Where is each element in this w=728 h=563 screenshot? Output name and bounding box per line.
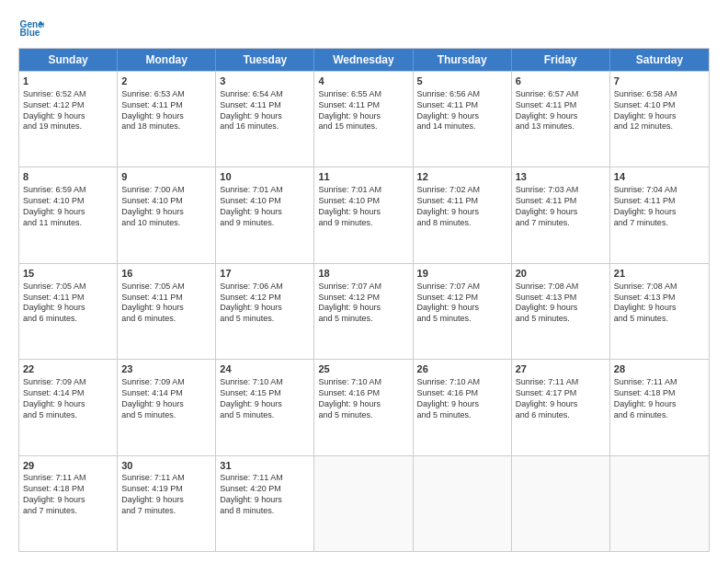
calendar-cell: 10Sunrise: 7:01 AMSunset: 4:10 PMDayligh… (216, 167, 314, 262)
calendar-cell: 23Sunrise: 7:09 AMSunset: 4:14 PMDayligh… (118, 360, 216, 454)
cell-line: and 7 minutes. (23, 506, 113, 517)
calendar-cell: 19Sunrise: 7:07 AMSunset: 4:12 PMDayligh… (414, 264, 512, 359)
cell-line: Sunset: 4:11 PM (417, 196, 507, 207)
calendar-cell: 20Sunrise: 7:08 AMSunset: 4:13 PMDayligh… (512, 264, 610, 359)
day-number: 9 (121, 170, 211, 184)
calendar-cell-empty (414, 456, 512, 551)
cell-line: and 5 minutes. (318, 314, 408, 325)
cell-line: and 5 minutes. (23, 410, 113, 421)
cell-line: Daylight: 9 hours (23, 207, 113, 218)
cell-line: Sunset: 4:11 PM (121, 100, 211, 111)
cell-line: and 5 minutes. (417, 410, 507, 421)
cell-line: Daylight: 9 hours (121, 399, 211, 410)
cell-line: and 6 minutes. (614, 410, 705, 421)
cell-line: and 6 minutes. (23, 314, 113, 325)
cell-line: and 8 minutes. (220, 506, 310, 517)
cell-line: Daylight: 9 hours (614, 111, 705, 122)
cell-line: Daylight: 9 hours (23, 399, 113, 410)
calendar-cell: 18Sunrise: 7:07 AMSunset: 4:12 PMDayligh… (314, 264, 413, 359)
calendar-cell: 21Sunrise: 7:08 AMSunset: 4:13 PMDayligh… (610, 264, 709, 359)
calendar-header-cell: Wednesday (314, 49, 413, 71)
cell-line: Daylight: 9 hours (23, 303, 113, 314)
cell-line: Sunset: 4:17 PM (516, 388, 606, 399)
cell-line: Sunset: 4:19 PM (121, 484, 211, 495)
cell-line: Daylight: 9 hours (417, 111, 507, 122)
cell-line: and 6 minutes. (516, 410, 606, 421)
calendar: SundayMondayTuesdayWednesdayThursdayFrid… (18, 48, 710, 552)
calendar-header-cell: Saturday (610, 49, 709, 71)
calendar-cell: 17Sunrise: 7:06 AMSunset: 4:12 PMDayligh… (216, 264, 314, 359)
day-number: 24 (220, 362, 310, 376)
cell-line: Sunset: 4:18 PM (614, 388, 705, 399)
cell-line: Sunrise: 6:52 AM (23, 89, 113, 100)
cell-line: Daylight: 9 hours (318, 207, 408, 218)
cell-line: Sunrise: 7:01 AM (318, 185, 408, 196)
cell-line: Sunrise: 7:11 AM (220, 473, 310, 484)
cell-line: and 10 minutes. (121, 218, 211, 229)
cell-line: Daylight: 9 hours (220, 399, 310, 410)
calendar-header: SundayMondayTuesdayWednesdayThursdayFrid… (19, 49, 709, 71)
cell-line: Sunrise: 7:11 AM (23, 473, 113, 484)
calendar-row: 29Sunrise: 7:11 AMSunset: 4:18 PMDayligh… (19, 455, 709, 551)
cell-line: Sunset: 4:12 PM (23, 100, 113, 111)
cell-line: Sunset: 4:10 PM (23, 196, 113, 207)
day-number: 1 (23, 75, 113, 88)
cell-line: Sunset: 4:12 PM (318, 293, 408, 304)
cell-line: Sunset: 4:13 PM (516, 293, 606, 304)
cell-line: and 6 minutes. (121, 314, 211, 325)
cell-line: Sunset: 4:13 PM (614, 293, 705, 304)
day-number: 17 (220, 267, 310, 281)
calendar-cell-empty (314, 456, 413, 551)
calendar-cell: 13Sunrise: 7:03 AMSunset: 4:11 PMDayligh… (512, 167, 610, 262)
cell-line: Sunset: 4:18 PM (23, 484, 113, 495)
cell-line: and 5 minutes. (318, 410, 408, 421)
calendar-header-cell: Thursday (414, 49, 512, 71)
cell-line: Daylight: 9 hours (614, 207, 705, 218)
calendar-row: 1Sunrise: 6:52 AMSunset: 4:12 PMDaylight… (19, 71, 709, 167)
cell-line: Sunset: 4:11 PM (516, 196, 606, 207)
cell-line: and 5 minutes. (417, 314, 507, 325)
cell-line: Sunset: 4:16 PM (417, 388, 507, 399)
day-number: 5 (417, 75, 507, 88)
cell-line: Sunset: 4:15 PM (220, 388, 310, 399)
cell-line: Sunrise: 7:09 AM (121, 377, 211, 388)
cell-line: Sunset: 4:11 PM (220, 100, 310, 111)
calendar-cell: 5Sunrise: 6:56 AMSunset: 4:11 PMDaylight… (414, 72, 512, 167)
cell-line: Sunset: 4:11 PM (614, 196, 705, 207)
cell-line: Daylight: 9 hours (614, 399, 705, 410)
cell-line: and 9 minutes. (318, 218, 408, 229)
cell-line: and 19 minutes. (23, 121, 113, 132)
cell-line: and 5 minutes. (614, 314, 705, 325)
cell-line: Sunset: 4:12 PM (220, 293, 310, 304)
calendar-cell: 26Sunrise: 7:10 AMSunset: 4:16 PMDayligh… (414, 360, 512, 454)
cell-line: Sunrise: 6:56 AM (417, 89, 507, 100)
cell-line: and 9 minutes. (220, 218, 310, 229)
cell-line: Daylight: 9 hours (121, 111, 211, 122)
cell-line: Sunrise: 7:03 AM (516, 185, 606, 196)
page: General Blue SundayMondayTuesdayWednesda… (0, 0, 728, 563)
cell-line: Daylight: 9 hours (614, 303, 705, 314)
cell-line: Daylight: 9 hours (417, 303, 507, 314)
cell-line: and 11 minutes. (23, 218, 113, 229)
calendar-cell: 9Sunrise: 7:00 AMSunset: 4:10 PMDaylight… (118, 167, 216, 262)
cell-line: Daylight: 9 hours (318, 399, 408, 410)
cell-line: Daylight: 9 hours (121, 303, 211, 314)
cell-line: Sunrise: 6:57 AM (516, 89, 606, 100)
cell-line: Sunrise: 6:59 AM (23, 185, 113, 196)
cell-line: and 5 minutes. (516, 314, 606, 325)
cell-line: Daylight: 9 hours (121, 495, 211, 506)
logo-icon: General Blue (18, 15, 44, 40)
calendar-cell: 29Sunrise: 7:11 AMSunset: 4:18 PMDayligh… (19, 456, 118, 551)
cell-line: Daylight: 9 hours (417, 399, 507, 410)
day-number: 27 (516, 362, 606, 376)
cell-line: Daylight: 9 hours (220, 495, 310, 506)
calendar-cell: 30Sunrise: 7:11 AMSunset: 4:19 PMDayligh… (118, 456, 216, 551)
day-number: 3 (220, 75, 310, 88)
cell-line: and 5 minutes. (121, 410, 211, 421)
cell-line: Daylight: 9 hours (516, 207, 606, 218)
day-number: 4 (318, 75, 408, 88)
day-number: 2 (121, 75, 211, 88)
cell-line: Daylight: 9 hours (516, 111, 606, 122)
cell-line: Daylight: 9 hours (23, 495, 113, 506)
cell-line: Sunrise: 7:06 AM (220, 282, 310, 293)
